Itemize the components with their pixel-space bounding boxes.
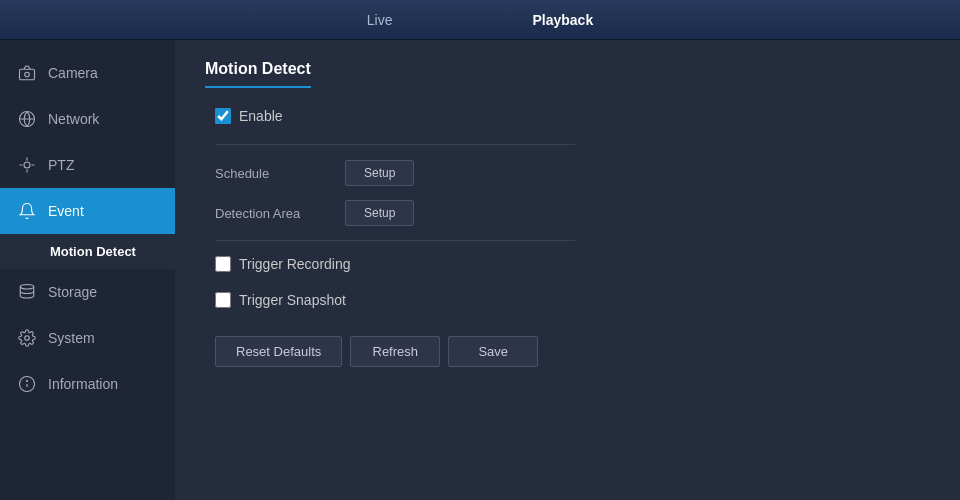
schedule-row: Schedule Setup — [215, 160, 920, 186]
svg-rect-0 — [20, 69, 35, 80]
ptz-icon — [16, 154, 38, 176]
sidebar-label-network: Network — [48, 111, 99, 127]
trigger-snapshot-checkbox[interactable] — [215, 292, 231, 308]
divider-2 — [215, 240, 575, 241]
svg-point-1 — [25, 72, 30, 77]
schedule-setup-button[interactable]: Setup — [345, 160, 414, 186]
sidebar-item-network[interactable]: Network — [0, 96, 175, 142]
storage-icon — [16, 281, 38, 303]
submenu-label-motion-detect: Motion Detect — [50, 244, 136, 259]
sidebar-label-camera: Camera — [48, 65, 98, 81]
content-area: Motion Detect Enable Schedule Setup Dete… — [175, 40, 960, 500]
save-button[interactable]: Save — [448, 336, 538, 367]
system-icon — [16, 327, 38, 349]
detection-area-row: Detection Area Setup — [215, 200, 920, 226]
event-icon — [16, 200, 38, 222]
top-navigation: Live Playback — [0, 0, 960, 40]
sidebar-item-camera[interactable]: Camera — [0, 50, 175, 96]
network-icon — [16, 108, 38, 130]
info-icon — [16, 373, 38, 395]
sidebar-item-information[interactable]: Information — [0, 361, 175, 407]
sidebar-item-system[interactable]: System — [0, 315, 175, 361]
detection-area-label: Detection Area — [215, 206, 325, 221]
trigger-snapshot-row: Trigger Snapshot — [215, 292, 920, 308]
sidebar: Camera Network PTZ Event Motion Detect — [0, 40, 175, 500]
trigger-recording-label[interactable]: Trigger Recording — [239, 256, 351, 272]
sidebar-label-ptz: PTZ — [48, 157, 74, 173]
reset-defaults-button[interactable]: Reset Defaults — [215, 336, 342, 367]
page-title: Motion Detect — [205, 60, 311, 88]
enable-row: Enable — [215, 108, 920, 124]
svg-point-5 — [25, 336, 30, 341]
camera-icon — [16, 62, 38, 84]
sidebar-label-event: Event — [48, 203, 84, 219]
form-section: Enable Schedule Setup Detection Area Set… — [205, 108, 930, 367]
refresh-button[interactable]: Refresh — [350, 336, 440, 367]
enable-label[interactable]: Enable — [239, 108, 283, 124]
trigger-snapshot-label[interactable]: Trigger Snapshot — [239, 292, 346, 308]
sidebar-label-system: System — [48, 330, 95, 346]
enable-checkbox[interactable] — [215, 108, 231, 124]
trigger-recording-row: Trigger Recording — [215, 256, 920, 272]
sidebar-item-event[interactable]: Event — [0, 188, 175, 234]
detection-area-setup-button[interactable]: Setup — [345, 200, 414, 226]
sidebar-label-information: Information — [48, 376, 118, 392]
main-layout: Camera Network PTZ Event Motion Detect — [0, 40, 960, 500]
sidebar-label-storage: Storage — [48, 284, 97, 300]
schedule-label: Schedule — [215, 166, 325, 181]
tab-live[interactable]: Live — [347, 0, 413, 39]
tab-playback[interactable]: Playback — [512, 0, 613, 39]
svg-point-4 — [20, 285, 34, 290]
sidebar-item-ptz[interactable]: PTZ — [0, 142, 175, 188]
sidebar-item-storage[interactable]: Storage — [0, 269, 175, 315]
bottom-buttons: Reset Defaults Refresh Save — [215, 336, 920, 367]
svg-point-3 — [24, 162, 30, 168]
trigger-recording-checkbox[interactable] — [215, 256, 231, 272]
divider-1 — [215, 144, 575, 145]
sidebar-subitem-motion-detect[interactable]: Motion Detect — [0, 234, 175, 269]
